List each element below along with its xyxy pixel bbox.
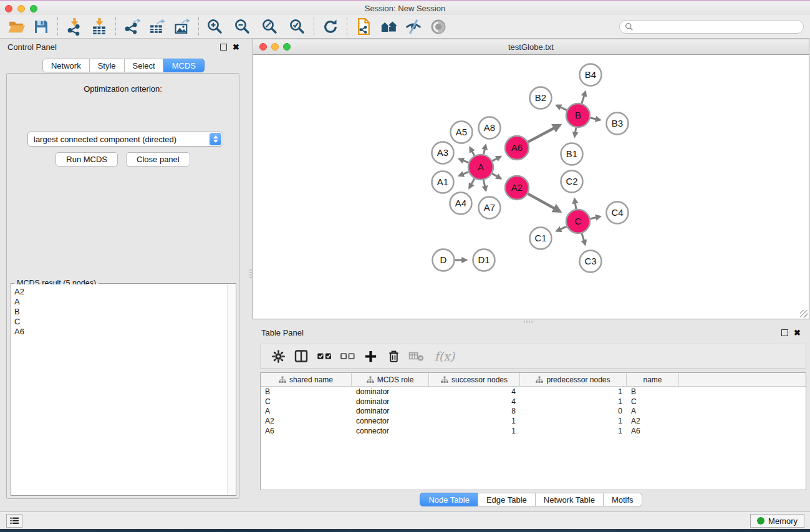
result-item[interactable]: C — [14, 317, 227, 327]
export-network-icon[interactable] — [122, 17, 142, 37]
tab-node-table[interactable]: Node Table — [420, 493, 478, 506]
tab-motifs[interactable]: Motifs — [603, 493, 642, 506]
edge-A-A6[interactable] — [493, 157, 501, 161]
graph-node-A7[interactable]: A7 — [479, 197, 501, 219]
graph-node-C3[interactable]: C3 — [580, 251, 602, 273]
show-column-icon[interactable] — [293, 348, 309, 364]
graph-node-A3[interactable]: A3 — [432, 142, 454, 164]
search-box[interactable] — [619, 20, 804, 34]
result-item[interactable]: A2 — [14, 287, 227, 297]
column-header-successor-nodes[interactable]: successor nodes — [429, 373, 520, 386]
float-table-panel-icon[interactable] — [781, 329, 788, 336]
edge-C-C4[interactable] — [591, 216, 600, 219]
edge-A-A1[interactable] — [459, 172, 468, 176]
result-scrollbar[interactable] — [227, 284, 235, 495]
column-header-predecessor-nodes[interactable]: predecessor nodes — [520, 373, 627, 386]
edge-A-A8[interactable] — [484, 145, 486, 154]
tab-network-table[interactable]: Network Table — [535, 493, 604, 506]
table-row[interactable]: A6connector11A6 — [261, 426, 806, 436]
result-item[interactable]: B — [14, 307, 227, 317]
tab-mcds[interactable]: MCDS — [163, 59, 205, 72]
close-table-panel-icon[interactable]: ✖ — [794, 329, 801, 336]
import-network-icon[interactable] — [64, 17, 84, 37]
graph-node-C1[interactable]: C1 — [530, 228, 552, 249]
create-column-plus-icon[interactable] — [362, 348, 378, 364]
delete-column-trash-icon[interactable] — [385, 348, 402, 364]
edge-B-B2[interactable] — [556, 105, 566, 110]
horizontal-splitter-handle[interactable] — [524, 321, 533, 323]
zoom-selected-icon[interactable] — [287, 17, 307, 37]
network-close-button[interactable] — [259, 43, 267, 51]
edge-C-C2[interactable] — [574, 199, 576, 209]
criterion-dropdown[interactable]: largest connected component (directed) — [27, 132, 223, 147]
refresh-view-icon[interactable] — [321, 17, 340, 37]
function-builder-icon[interactable]: f(x) — [432, 348, 458, 364]
graph-node-B3[interactable]: B3 — [607, 113, 629, 135]
graph-node-C[interactable]: C — [566, 210, 590, 233]
show-details-icon[interactable] — [428, 17, 448, 37]
edge-B-B4[interactable] — [582, 92, 586, 104]
network-window-titlebar[interactable]: testGlobe.txt — [253, 39, 809, 55]
edge-A6-B[interactable] — [528, 125, 560, 142]
select-all-checkboxes-icon[interactable] — [316, 348, 332, 364]
column-header-name[interactable]: name — [627, 373, 679, 386]
table-row[interactable]: A2connector11A2 — [261, 416, 806, 426]
export-table-icon[interactable] — [147, 17, 167, 37]
graph-node-C4[interactable]: C4 — [607, 202, 629, 224]
zoom-window-button[interactable] — [30, 5, 37, 12]
minimize-window-button[interactable] — [17, 5, 25, 12]
network-canvas[interactable]: AA6A2BCA5A8A3A1A4A7B2B4B3B1C2C4C1C3DD1 — [253, 55, 809, 319]
search-input[interactable] — [634, 22, 798, 31]
table-row[interactable]: Adominator80A — [261, 406, 806, 416]
window-resize-grip[interactable] — [800, 310, 808, 317]
table-row[interactable]: Cdominator41C — [261, 397, 806, 407]
mcds-result-list[interactable]: A2ABCA6 — [12, 284, 227, 495]
edge-A-A2[interactable] — [492, 173, 501, 178]
zoom-in-icon[interactable] — [205, 17, 225, 37]
table-options-gear-icon[interactable] — [270, 348, 286, 364]
edge-B-B1[interactable] — [574, 128, 576, 137]
float-panel-icon[interactable] — [220, 44, 227, 51]
result-item[interactable]: A — [14, 297, 227, 307]
delete-table-icon[interactable] — [408, 348, 425, 364]
column-header-MCDS-role[interactable]: MCDS role — [352, 373, 429, 386]
graph-node-B[interactable]: B — [566, 104, 590, 127]
edge-B-B3[interactable] — [591, 118, 600, 120]
graph-node-A8[interactable]: A8 — [479, 117, 501, 139]
edge-A-A7[interactable] — [483, 180, 486, 191]
network-zoom-button[interactable] — [283, 43, 291, 51]
tab-style[interactable]: Style — [89, 59, 125, 72]
edge-C-C3[interactable] — [582, 233, 586, 244]
home-icon[interactable] — [378, 17, 398, 37]
vertical-splitter-handle[interactable] — [249, 269, 252, 278]
export-image-icon[interactable] — [172, 17, 192, 37]
close-window-button[interactable] — [5, 5, 12, 12]
memory-button[interactable]: Memory — [750, 514, 804, 528]
graph-node-A1[interactable]: A1 — [432, 172, 454, 193]
graph-node-A6[interactable]: A6 — [505, 136, 529, 160]
import-table-icon[interactable] — [89, 17, 109, 37]
graph-node-A[interactable]: A — [468, 155, 493, 180]
network-from-file-icon[interactable] — [354, 17, 374, 37]
column-header-shared-name[interactable]: shared name — [261, 373, 352, 386]
deselect-all-checkboxes-icon[interactable] — [339, 348, 355, 364]
graph-node-A4[interactable]: A4 — [450, 193, 472, 215]
run-mcds-button[interactable]: Run MCDS — [55, 152, 118, 167]
save-session-icon[interactable] — [31, 17, 51, 37]
zoom-fit-icon[interactable] — [260, 17, 280, 37]
table-row[interactable]: Bdominator41B — [261, 387, 806, 397]
graph-node-B2[interactable]: B2 — [530, 87, 552, 109]
graph-node-A2[interactable]: A2 — [505, 176, 529, 200]
edge-A-A5[interactable] — [470, 148, 475, 156]
edge-A2-C[interactable] — [528, 194, 561, 211]
graph-node-B4[interactable]: B4 — [580, 64, 602, 86]
hide-graphics-details-icon[interactable] — [403, 17, 423, 37]
edge-A-A4[interactable] — [470, 178, 475, 188]
result-item[interactable]: A6 — [14, 327, 227, 337]
task-history-button[interactable] — [6, 514, 22, 528]
close-panel-button[interactable]: Close panel — [126, 152, 190, 167]
graph-node-B1[interactable]: B1 — [561, 143, 583, 165]
graph-node-D1[interactable]: D1 — [473, 249, 495, 271]
close-panel-icon[interactable]: ✖ — [233, 44, 239, 51]
network-minimize-button[interactable] — [271, 43, 279, 51]
